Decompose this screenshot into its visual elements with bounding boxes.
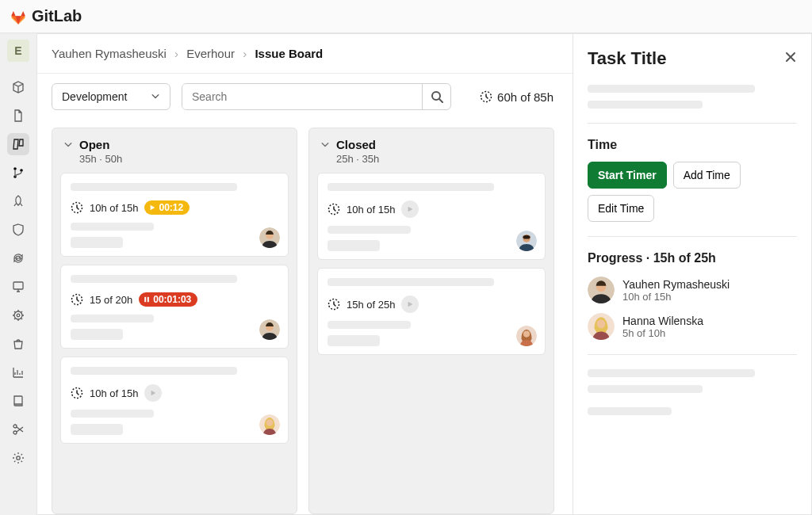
placeholder-line bbox=[71, 223, 154, 231]
assignee-avatar[interactable] bbox=[259, 414, 280, 435]
project-avatar[interactable]: E bbox=[7, 40, 29, 62]
start-timer-button[interactable] bbox=[401, 200, 419, 218]
rail-item-snippets[interactable] bbox=[7, 418, 29, 441]
card-time-row: 10h of 15h 00:12 bbox=[71, 200, 278, 215]
progress-label: Progress · 15h of 25h bbox=[588, 251, 797, 265]
placeholder-line bbox=[327, 183, 494, 191]
column-cards: 10h of 15h 15h of 25h bbox=[309, 173, 553, 363]
divider bbox=[588, 236, 797, 237]
search-button[interactable] bbox=[422, 84, 450, 109]
start-timer-button[interactable] bbox=[144, 384, 162, 402]
placeholder-line bbox=[71, 183, 237, 191]
main-area: Yauhen Rymasheuski › Everhour › Issue Bo… bbox=[36, 33, 812, 515]
card-time-label: 10h of 15h bbox=[347, 204, 395, 216]
cycle-icon bbox=[12, 252, 25, 265]
rail-item-deploy[interactable] bbox=[7, 247, 29, 269]
placeholder-line bbox=[588, 407, 672, 415]
rail-item-security[interactable] bbox=[7, 219, 29, 241]
assignee-avatar[interactable] bbox=[259, 319, 280, 340]
monitor-icon bbox=[12, 280, 25, 293]
column-title: Closed bbox=[336, 138, 379, 151]
rail-item-files[interactable] bbox=[7, 105, 29, 127]
issue-card[interactable]: 10h of 15h bbox=[317, 173, 546, 260]
breadcrumb-sep: › bbox=[243, 47, 247, 60]
start-timer-button[interactable] bbox=[401, 296, 419, 313]
assignee-avatar[interactable] bbox=[516, 326, 537, 346]
task-title: Task Title bbox=[588, 48, 666, 69]
pause-icon bbox=[144, 296, 150, 303]
add-time-button[interactable]: Add Time bbox=[673, 162, 741, 189]
issue-card[interactable]: 10h of 15h 00:12 bbox=[60, 173, 289, 257]
placeholder-line bbox=[327, 278, 494, 286]
card-time-row: 10h of 15h bbox=[327, 200, 535, 218]
chevron-down-icon bbox=[63, 140, 73, 150]
column-header[interactable]: Open 35h · 50h bbox=[52, 128, 297, 173]
person-name: Yauhen Rymasheuski bbox=[622, 278, 730, 291]
issue-card[interactable]: 15h of 25h bbox=[317, 268, 546, 355]
rail-item-analytics[interactable] bbox=[7, 361, 29, 383]
breadcrumb-item[interactable]: Yauhen Rymasheuski bbox=[52, 47, 167, 60]
card-time-label: 15h of 25h bbox=[347, 299, 395, 311]
start-timer-button[interactable]: Start Timer bbox=[588, 162, 667, 189]
board-icon bbox=[12, 138, 25, 151]
close-panel-button[interactable] bbox=[784, 51, 797, 67]
bag-icon bbox=[12, 338, 25, 350]
column-subtitle: 35h · 50h bbox=[79, 153, 122, 165]
rail-item-project[interactable] bbox=[7, 76, 29, 98]
placeholder-block bbox=[71, 223, 278, 248]
gitlab-logo-icon bbox=[10, 8, 27, 25]
issue-card[interactable]: 15 of 20h 00:01:03 bbox=[60, 265, 289, 349]
rail-item-monitor[interactable] bbox=[7, 276, 29, 298]
play-icon bbox=[407, 301, 413, 307]
clock-icon bbox=[71, 201, 83, 214]
person-avatar[interactable] bbox=[588, 277, 615, 303]
timer-chip[interactable]: 00:01:03 bbox=[139, 292, 197, 307]
card-time-row: 15h of 25h bbox=[327, 296, 535, 313]
gear2-icon bbox=[12, 309, 25, 322]
column-header[interactable]: Closed 25h · 35h bbox=[309, 128, 553, 173]
rail-item-infra[interactable] bbox=[7, 304, 29, 326]
rail-item-settings[interactable] bbox=[7, 447, 29, 469]
card-time-label: 10h of 15h bbox=[90, 387, 138, 399]
placeholder-block bbox=[327, 321, 535, 346]
assignee-avatar[interactable] bbox=[259, 227, 280, 248]
placeholder-line bbox=[71, 275, 237, 283]
card-time-row: 15 of 20h 00:01:03 bbox=[71, 292, 278, 307]
assignee-avatar[interactable] bbox=[516, 231, 537, 251]
branch-icon bbox=[12, 166, 25, 179]
clock-icon bbox=[327, 298, 340, 311]
timer-chip[interactable]: 00:12 bbox=[144, 200, 190, 215]
column-subtitle: 25h · 35h bbox=[336, 153, 379, 165]
nav-rail: E bbox=[0, 33, 36, 515]
divider bbox=[588, 354, 797, 355]
breadcrumb: Yauhen Rymasheuski › Everhour › Issue Bo… bbox=[37, 34, 573, 74]
breadcrumb-current: Issue Board bbox=[255, 47, 323, 60]
board-select-dropdown[interactable]: Development bbox=[52, 83, 170, 110]
board-column: Closed 25h · 35h 10h of 15h bbox=[308, 128, 554, 514]
play-icon bbox=[149, 204, 155, 211]
search-input[interactable] bbox=[182, 84, 422, 109]
rail-item-boards[interactable] bbox=[7, 133, 29, 155]
breadcrumb-item[interactable]: Everhour bbox=[186, 47, 235, 60]
person-time: 5h of 10h bbox=[622, 327, 703, 339]
play-icon bbox=[407, 206, 413, 212]
task-details-panel: Task Title Time Start Timer Add Time Edi… bbox=[573, 34, 811, 514]
avatar-icon bbox=[259, 414, 280, 435]
cube-icon bbox=[12, 81, 25, 93]
rail-item-merge[interactable] bbox=[7, 162, 29, 184]
rail-item-packages[interactable] bbox=[7, 333, 29, 355]
progress-person: Yauhen Rymasheuski 10h of 15h bbox=[588, 277, 797, 303]
file-icon bbox=[12, 109, 25, 122]
rail-item-ci[interactable] bbox=[7, 190, 29, 212]
clock-icon bbox=[71, 293, 83, 306]
placeholder-line bbox=[71, 424, 123, 435]
edit-time-button[interactable]: Edit Time bbox=[588, 195, 654, 222]
placeholder-line bbox=[588, 101, 703, 109]
issue-card[interactable]: 10h of 15h bbox=[60, 357, 289, 444]
chevron-down-icon bbox=[320, 140, 330, 150]
avatar-icon bbox=[516, 231, 537, 251]
person-avatar[interactable] bbox=[588, 313, 615, 340]
avatar-icon bbox=[259, 319, 280, 340]
rail-item-wiki[interactable] bbox=[7, 390, 29, 412]
board-wrap: Yauhen Rymasheuski › Everhour › Issue Bo… bbox=[37, 34, 573, 514]
